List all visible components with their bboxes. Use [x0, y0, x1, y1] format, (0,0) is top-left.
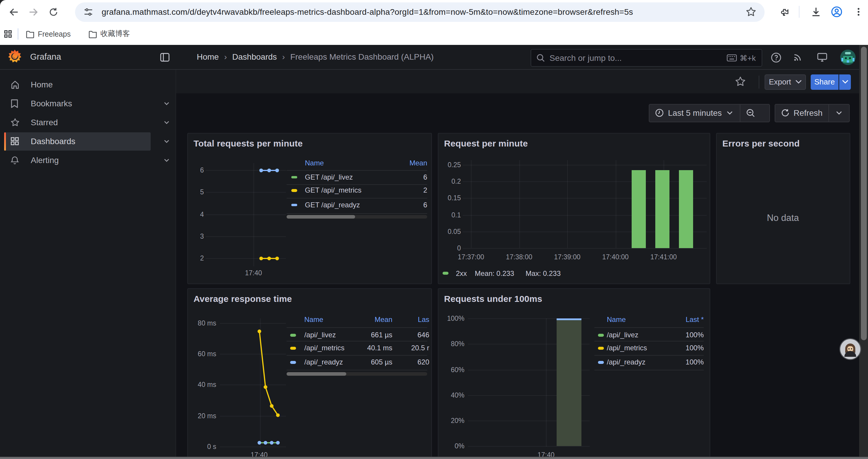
bar-2xx: [655, 170, 670, 248]
legend-separator: [286, 198, 427, 198]
panel-total-requests-per-minute: Total requests per minute 6543217:40Name…: [187, 133, 432, 284]
share-dropdown-button[interactable]: [839, 74, 851, 90]
bookmark-folder-blogs[interactable]: 收藏博客: [89, 28, 130, 40]
address-bar[interactable]: grafana.mathmast.com/d/deytv4rwavabkb/fr…: [75, 2, 765, 22]
legend-scrollbar-thumb[interactable]: [286, 215, 355, 218]
chevron-down-icon[interactable]: [163, 157, 170, 164]
legend-series-name[interactable]: /api/_livez: [304, 331, 336, 339]
sidebar-item-label: Dashboards: [31, 136, 75, 146]
help-icon[interactable]: [771, 53, 781, 63]
legend-value: 100%: [656, 358, 704, 366]
legend-series-name[interactable]: /api/_livez: [607, 331, 639, 339]
legend-series-name[interactable]: /api/_readyz: [607, 358, 646, 366]
rss-icon[interactable]: [793, 53, 802, 62]
chevron-down-icon[interactable]: [163, 100, 170, 107]
legend-col-name: Name: [607, 316, 626, 324]
search-placeholder: Search or jump to...: [550, 53, 727, 63]
no-data-message: No data: [716, 212, 849, 223]
reload-icon[interactable]: [49, 7, 59, 17]
gridline: [468, 446, 590, 447]
scrollbar-thumb[interactable]: [861, 47, 867, 340]
legend-series-name[interactable]: GET /api/_readyz: [305, 201, 360, 209]
zoom-out-icon: [746, 108, 755, 117]
refresh-label[interactable]: Refresh: [794, 108, 823, 118]
sidebar-item-dashboards[interactable]: Dashboards: [0, 132, 176, 150]
legend-value: 100%: [656, 331, 704, 339]
chevron-down-icon: [842, 80, 848, 84]
legend-col-last: Last *: [656, 316, 704, 324]
site-settings-icon[interactable]: [83, 7, 93, 17]
grafana-app: HomeBookmarksStarredDashboardsAlerting G…: [0, 45, 868, 459]
star-dashboard-icon[interactable]: [735, 76, 746, 87]
panel-average-response-time: Average response time 80 ms60 ms40 ms20 …: [187, 288, 432, 459]
series-point: [275, 256, 279, 260]
breadcrumb-home[interactable]: Home: [197, 52, 219, 61]
bookmark-folder-freeleaps[interactable]: Freeleaps: [26, 28, 71, 40]
page-vertical-scrollbar[interactable]: [859, 45, 868, 459]
legend-scrollbar-thumb[interactable]: [286, 372, 346, 376]
series-point: [276, 413, 279, 417]
gridline: [463, 198, 707, 198]
sidebar-toggle-icon[interactable]: [160, 53, 169, 62]
chrome-menu-icon[interactable]: [853, 6, 864, 17]
bookmarks-icon: [11, 99, 19, 107]
window-corner: [0, 0, 8, 8]
y-axis-label: 0.1: [426, 211, 461, 218]
grafana-logo[interactable]: [8, 50, 21, 64]
bar-fill: [557, 320, 582, 446]
series-point: [270, 441, 273, 444]
x-axis-label: 17:37:00: [458, 254, 484, 261]
apps-grid-icon[interactable]: [4, 30, 12, 38]
alerting-icon: [11, 156, 19, 164]
search-input[interactable]: Search or jump to... ⌘+k: [531, 49, 762, 67]
legend-value: 6: [380, 173, 427, 181]
bookmark-star-icon[interactable]: [746, 6, 756, 17]
breadcrumb-dashboards[interactable]: Dashboards: [232, 52, 277, 61]
refresh-group: Refresh: [775, 104, 850, 122]
series-point: [275, 168, 279, 172]
sidebar-item-bookmarks[interactable]: Bookmarks: [0, 94, 176, 112]
series-point: [259, 256, 262, 260]
legend-separator: [594, 327, 704, 328]
assistant-avatar[interactable]: [840, 339, 860, 359]
legend-separator: [594, 370, 704, 370]
profile-icon[interactable]: [831, 6, 843, 18]
export-button[interactable]: Export: [765, 74, 806, 90]
refresh-interval-button[interactable]: [829, 111, 849, 114]
legend-series-name[interactable]: GET /api/_metrics: [305, 186, 362, 194]
chevron-down-icon[interactable]: [163, 119, 170, 126]
download-icon[interactable]: [811, 6, 821, 17]
monitor-icon[interactable]: [817, 53, 827, 62]
user-avatar[interactable]: [840, 50, 856, 65]
zoom-out-button[interactable]: [740, 108, 761, 117]
forward-icon[interactable]: [28, 7, 38, 17]
gridline: [615, 160, 616, 248]
legend-series-name[interactable]: /api/_metrics: [607, 344, 647, 352]
back-icon[interactable]: [9, 7, 19, 17]
search-icon: [536, 54, 545, 62]
gridline: [463, 182, 707, 182]
legend-series-chip: [290, 361, 296, 364]
sidebar-item-alerting[interactable]: Alerting: [0, 151, 176, 169]
share-button[interactable]: Share: [811, 74, 838, 90]
bookmarks-divider: [18, 28, 18, 40]
bookmarks-bar: Freeleaps 收藏博客: [0, 24, 868, 45]
sidebar-item-home[interactable]: Home: [0, 75, 176, 94]
extension-icon[interactable]: [779, 6, 789, 17]
breadcrumb: Home › Dashboards › Freeleaps Metrics Da…: [197, 52, 434, 61]
clock-icon: [655, 109, 663, 117]
legend-series-name[interactable]: /api/_metrics: [304, 344, 344, 352]
legend-series-name[interactable]: GET /api/_livez: [305, 173, 353, 181]
series-point: [263, 385, 267, 388]
page-horizontal-scrollbar[interactable]: [0, 456, 868, 459]
chevron-down-icon[interactable]: [163, 138, 170, 145]
y-axis-label: 0.05: [426, 228, 461, 235]
time-range-label[interactable]: Last 5 minutes: [668, 108, 722, 118]
legend-mean: Mean: 0.233: [475, 269, 514, 277]
legend-separator: [286, 355, 427, 356]
legend-series-name[interactable]: /api/_readyz: [304, 358, 343, 366]
sidebar-item-label: Alerting: [31, 155, 59, 165]
gridline: [463, 215, 707, 215]
time-range-group: Last 5 minutes: [649, 104, 770, 122]
sidebar-item-starred[interactable]: Starred: [0, 113, 176, 131]
